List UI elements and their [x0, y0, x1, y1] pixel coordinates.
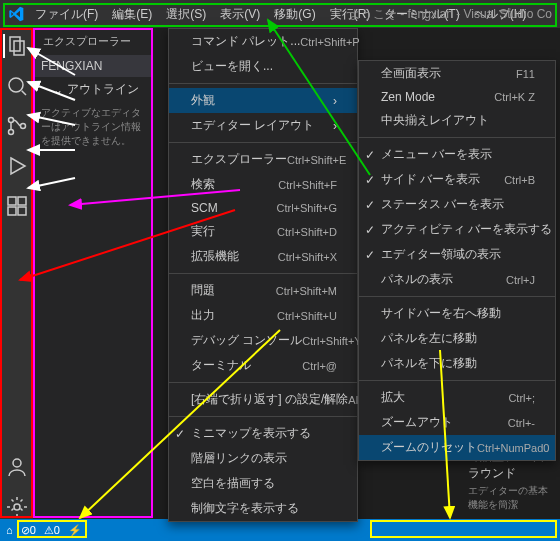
menu-item[interactable]: 拡大Ctrl+;	[359, 385, 555, 410]
check-icon: ✓	[365, 248, 375, 262]
keybinding: F11	[516, 68, 535, 80]
menu-item[interactable]: ✓サイド バーを表示Ctrl+B	[359, 167, 555, 192]
menu-item-label: ビューを開く...	[191, 58, 273, 75]
menu-item[interactable]: 全画面表示F11	[359, 61, 555, 86]
menu-item[interactable]: ズームのリセットCtrl+NumPad0	[359, 435, 555, 460]
keybinding: Ctrl+Shift+E	[287, 154, 346, 166]
menu-item[interactable]: [右端で折り返す] の設定/解除Alt+Z	[169, 387, 357, 412]
chevron-right-icon: ›	[333, 94, 337, 108]
keybinding: Ctrl+;	[508, 392, 535, 404]
gear-icon[interactable]	[5, 495, 29, 519]
menu-item-label: デバッグ コンソール	[191, 332, 302, 349]
menu-item-label: 空白を描画する	[191, 475, 275, 492]
keybinding: Ctrl+-	[508, 417, 535, 429]
menu-item[interactable]: SCMCtrl+Shift+G	[169, 197, 357, 219]
menu-item[interactable]: パネルの表示Ctrl+J	[359, 267, 555, 292]
menu-item[interactable]: 編集(E)	[105, 2, 159, 27]
menu-item-label: 外観	[191, 92, 215, 109]
menu-item-label: 拡張機能	[191, 248, 239, 265]
menu-item[interactable]: ✓エディター領域の表示	[359, 242, 555, 267]
extensions-icon[interactable]	[5, 194, 29, 218]
menu-item[interactable]: パネルを下に移動	[359, 351, 555, 376]
menu-item[interactable]: ファイル(F)	[28, 2, 105, 27]
menu-item[interactable]: エクスプローラーCtrl+Shift+E	[169, 147, 357, 172]
explorer-icon[interactable]	[3, 34, 29, 58]
menu-item[interactable]: 実行Ctrl+Shift+D	[169, 219, 357, 244]
svg-point-5	[20, 124, 25, 129]
keybinding: Ctrl+Shift+F	[278, 179, 337, 191]
keybinding: Ctrl+K Z	[494, 91, 535, 103]
check-icon: ✓	[365, 223, 375, 237]
keybinding: Ctrl+Shift+Y	[302, 335, 361, 347]
menu-item[interactable]: ✓ステータス バーを表示	[359, 192, 555, 217]
menu-item[interactable]: ズームアウトCtrl+-	[359, 410, 555, 435]
svg-point-11	[14, 504, 20, 510]
menu-item[interactable]: パネルを左に移動	[359, 326, 555, 351]
menu-item[interactable]: ✓ミニマップを表示する	[169, 421, 357, 446]
menu-item[interactable]: 表示(V)	[213, 2, 267, 27]
search-icon[interactable]	[5, 74, 29, 98]
menu-item[interactable]: デバッグ コンソールCtrl+Shift+Y	[169, 328, 357, 353]
menu-item[interactable]: 検索Ctrl+Shift+F	[169, 172, 357, 197]
svg-rect-9	[18, 207, 26, 215]
status-errors[interactable]: ⊘0	[21, 524, 36, 537]
menu-item-label: 実行	[191, 223, 215, 240]
status-port[interactable]: ⚡	[68, 524, 82, 537]
run-icon[interactable]	[5, 154, 29, 178]
menu-item-label: ズームのリセット	[381, 439, 477, 456]
titlebar: ファイル(F)編集(E)選択(S)表示(V)移動(G)実行(R)ターミナル(T)…	[0, 0, 560, 28]
help-card-sub: エディターの基本機能を簡潔	[468, 484, 552, 512]
menu-item-label: 検索	[191, 176, 215, 193]
remote-indicator[interactable]: ⌂	[6, 524, 13, 536]
menu-item[interactable]: 制御文字を表示する	[169, 496, 357, 521]
menu-item[interactable]: コマンド パレット...Ctrl+Shift+P	[169, 29, 357, 54]
menu-item-label: エディター レイアウト	[191, 117, 314, 134]
menu-item[interactable]: 空白を描画する	[169, 471, 357, 496]
menu-item-label: SCM	[191, 201, 218, 215]
window-title: ようこそ - fengxian - Visual Studio Co	[349, 6, 552, 23]
menu-item-label: エクスプローラー	[191, 151, 287, 168]
menu-item[interactable]: ターミナルCtrl+@	[169, 353, 357, 378]
menu-item[interactable]: エディター レイアウト›	[169, 113, 357, 138]
menu-item[interactable]: 出力Ctrl+Shift+U	[169, 303, 357, 328]
menu-item-label: パネルの表示	[381, 271, 453, 288]
status-bar: ⌂ ⊘0 ⚠0 ⚡	[0, 519, 560, 541]
menu-item-label: 出力	[191, 307, 215, 324]
menu-item[interactable]: ✓メニュー バーを表示	[359, 142, 555, 167]
sidebar-folder[interactable]: FENGXIAN	[33, 55, 153, 77]
menu-item[interactable]: 階層リンクの表示	[169, 446, 357, 471]
menu-item-label: 階層リンクの表示	[191, 450, 287, 467]
sidebar-outline[interactable]: ⌄アウトライン	[33, 77, 153, 102]
menu-item[interactable]: 問題Ctrl+Shift+M	[169, 278, 357, 303]
keybinding: Ctrl+@	[302, 360, 337, 372]
svg-rect-6	[8, 197, 16, 205]
menu-item-label: サイドバーを右へ移動	[381, 305, 501, 322]
appearance-submenu: 全画面表示F11Zen ModeCtrl+K Z中央揃えレイアウト✓メニュー バ…	[358, 60, 556, 461]
menu-item[interactable]: 選択(S)	[159, 2, 213, 27]
menu-item[interactable]: 移動(G)	[267, 2, 322, 27]
status-warnings[interactable]: ⚠0	[44, 524, 60, 537]
menu-item-label: サイド バーを表示	[381, 171, 480, 188]
menu-item[interactable]: Zen ModeCtrl+K Z	[359, 86, 555, 108]
check-icon: ✓	[175, 427, 185, 441]
keybinding: Ctrl+Shift+P	[300, 36, 359, 48]
menu-item-label: ステータス バーを表示	[381, 196, 504, 213]
keybinding: Ctrl+Shift+G	[276, 202, 337, 214]
menu-item[interactable]: ビューを開く...	[169, 54, 357, 79]
account-icon[interactable]	[5, 455, 29, 479]
scm-icon[interactable]	[5, 114, 29, 138]
menu-item[interactable]: ✓アクティビティ バーを表示する	[359, 217, 555, 242]
menu-item-label: ターミナル	[191, 357, 251, 374]
menu-item-label: パネルを下に移動	[381, 355, 477, 372]
svg-point-3	[8, 118, 13, 123]
menu-item-label: 中央揃えレイアウト	[381, 112, 489, 129]
menu-item-label: コマンド パレット...	[191, 33, 300, 50]
svg-point-2	[9, 78, 23, 92]
menu-item-label: 問題	[191, 282, 215, 299]
svg-rect-1	[14, 41, 24, 55]
menu-item[interactable]: 拡張機能Ctrl+Shift+X	[169, 244, 357, 269]
menu-item-label: ミニマップを表示する	[191, 425, 311, 442]
menu-item[interactable]: サイドバーを右へ移動	[359, 301, 555, 326]
menu-item[interactable]: 外観›	[169, 88, 357, 113]
menu-item[interactable]: 中央揃えレイアウト	[359, 108, 555, 133]
